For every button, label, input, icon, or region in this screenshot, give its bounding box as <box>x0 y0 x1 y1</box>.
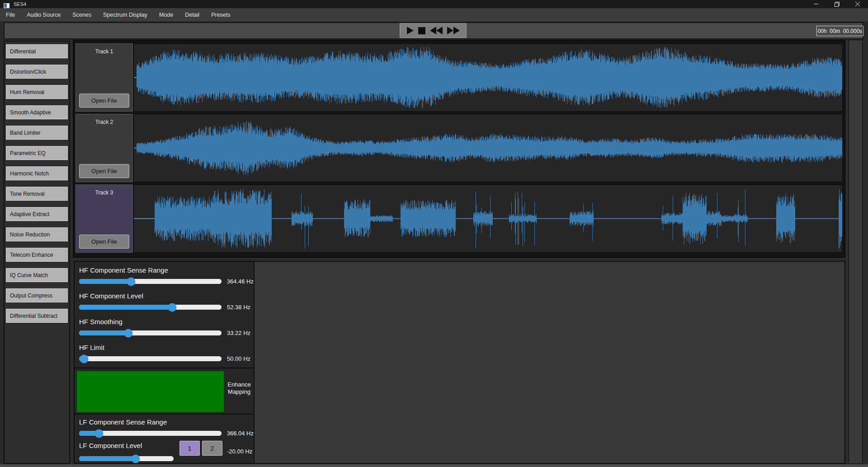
play-button[interactable] <box>407 27 414 34</box>
sidebar-item-noise-reduction[interactable]: Noise Reduction <box>6 227 68 241</box>
hf-limit-slider[interactable] <box>79 356 222 361</box>
sidebar-item-iq-curve-match[interactable]: IQ Curve Match <box>6 268 68 282</box>
stop-button[interactable] <box>418 27 425 34</box>
track-2-header: Track 2 Open File <box>75 114 133 182</box>
slider-fill <box>79 330 128 335</box>
close-button[interactable] <box>847 0 868 8</box>
track-1-waveform[interactable] <box>134 44 842 111</box>
track-row-2: Track 2 Open File <box>75 114 843 182</box>
window-bottom-edge <box>0 464 868 467</box>
slider-value: 364.46 Hz <box>227 278 254 285</box>
menu-file[interactable]: File <box>6 12 15 18</box>
enhance-mapping-display[interactable] <box>77 371 224 412</box>
enhance-mapping-label: Enhance Mapping <box>225 381 253 396</box>
menu-scenes[interactable]: Scenes <box>72 12 91 18</box>
track-3-label: Track 3 <box>76 189 132 196</box>
hf-component-level-group: HF Component Level 52.38 Hz <box>75 292 254 311</box>
hf-component-level-slider[interactable] <box>79 305 222 310</box>
lf-component-level-group: LF Component Level 1 2 -20.00 Hz <box>75 441 254 463</box>
effects-sidebar: Differential Distortion/Click Hum Remova… <box>4 41 70 464</box>
rewind-button[interactable] <box>430 27 443 34</box>
menu-detail[interactable]: Detail <box>185 12 199 18</box>
title-bar: SES4 <box>0 0 868 8</box>
hf-smoothing-slider[interactable] <box>79 330 222 335</box>
preset-2-button[interactable]: 2 <box>202 441 222 456</box>
restore-button[interactable] <box>826 0 847 8</box>
window-controls <box>806 0 868 8</box>
track-3-header: Track 3 Open File <box>75 184 133 253</box>
track-1-open-file-button[interactable]: Open File <box>79 94 129 108</box>
hf-component-sense-range-group: HF Component Sense Range 364.46 Hz <box>75 266 254 285</box>
track-2-label: Track 2 <box>76 119 132 125</box>
window-title: SES4 <box>14 1 26 7</box>
sidebar-item-output-compress[interactable]: Output Compress <box>6 288 68 302</box>
track-row-1: Track 1 Open File <box>75 43 843 112</box>
sidebar-item-hum-removal[interactable]: Hum Removal <box>6 85 68 99</box>
hf-component-sense-range-slider[interactable] <box>79 279 222 284</box>
slider-value: 50.00 Hz <box>227 355 250 362</box>
enhance-controls-panel: HF Component Sense Range 364.46 Hz HF Co… <box>74 261 255 464</box>
sidebar-item-adaptive-extract[interactable]: Adaptive Extract <box>6 207 68 221</box>
track-1-header: Track 1 Open File <box>75 43 133 112</box>
track-3-waveform-area <box>133 184 843 253</box>
hf-smoothing-group: HF Smoothing 33.22 Hz <box>75 318 254 336</box>
track-1-label: Track 1 <box>76 48 132 55</box>
sidebar-item-tone-removal[interactable]: Tone Removal <box>6 187 68 201</box>
slider-label: LF Component Level <box>79 442 142 449</box>
sidebar-item-harmonic-notch[interactable]: Harmonic Notch <box>6 166 68 180</box>
sidebar-item-smooth-adaptive[interactable]: Smooth Adaptive <box>6 105 68 119</box>
slider-thumb[interactable] <box>80 354 89 363</box>
slider-label: HF Limit <box>79 344 254 351</box>
hf-limit-group: HF Limit 50.00 Hz <box>75 344 254 362</box>
minimize-button[interactable] <box>806 0 826 8</box>
track-1-waveform-area <box>133 43 843 112</box>
slider-label: HF Component Sense Range <box>79 266 254 274</box>
menu-audio-source[interactable]: Audio Source <box>27 12 61 18</box>
menu-spectrum-display[interactable]: Spectrum Display <box>103 12 147 18</box>
sidebar-item-band-limiter[interactable]: Band Limiter <box>6 126 68 140</box>
time-display: 00h 00m 00.000s <box>816 26 863 36</box>
slider-fill <box>79 279 131 284</box>
sidebar-item-differential-subtract[interactable]: Differential Subtract <box>6 309 68 323</box>
lf-component-level-slider[interactable] <box>79 456 174 461</box>
sidebar-item-telecom-enhance[interactable]: Telecom Enhance <box>6 248 68 262</box>
slider-label: HF Component Level <box>79 292 254 300</box>
panel-divider <box>75 368 254 368</box>
track-3-open-file-button[interactable]: Open File <box>79 235 129 249</box>
slider-label: HF Smoothing <box>79 318 254 325</box>
app-icon <box>4 2 9 7</box>
menu-mode[interactable]: Mode <box>159 12 173 18</box>
preset-1-button[interactable]: 1 <box>179 441 200 456</box>
slider-fill <box>79 305 172 310</box>
menu-presets[interactable]: Presets <box>211 12 230 18</box>
tracks-scrollbar[interactable] <box>849 40 863 464</box>
panel-divider <box>75 414 254 415</box>
track-2-waveform-area <box>133 114 843 182</box>
transport-controls <box>400 23 467 38</box>
slider-thumb[interactable] <box>95 429 104 438</box>
sidebar-item-distortion-click[interactable]: Distortion/Click <box>6 65 68 79</box>
lf-component-sense-range-slider[interactable] <box>79 431 222 436</box>
menu-bar: File Audio Source Scenes Spectrum Displa… <box>0 8 868 21</box>
track-2-open-file-button[interactable]: Open File <box>79 164 129 178</box>
slider-thumb[interactable] <box>168 303 177 311</box>
track-3-waveform[interactable] <box>134 185 842 252</box>
track-row-3: Track 3 Open File <box>75 184 843 253</box>
slider-value: 52.38 Hz <box>227 304 250 311</box>
slider-value: 33.22 Hz <box>227 330 250 336</box>
slider-thumb[interactable] <box>132 454 140 463</box>
slider-value: -20.00 Hz <box>227 448 252 455</box>
slider-thumb[interactable] <box>124 329 132 337</box>
tracks-panel: Track 1 Open File Track 2 Open File Trac… <box>73 40 845 258</box>
sidebar-item-parametric-eq[interactable]: Parametric EQ <box>6 146 68 160</box>
sidebar-item-differential[interactable]: Differential <box>6 44 68 58</box>
slider-thumb[interactable] <box>127 277 135 286</box>
slider-value: 366.04 Hz <box>227 430 254 437</box>
fast-forward-button[interactable] <box>447 27 460 34</box>
slider-label: LF Component Sense Range <box>79 418 254 426</box>
slider-fill <box>79 456 136 461</box>
app-window: SES4 File Audio Source Scenes Spectrum D… <box>0 0 868 467</box>
track-2-waveform[interactable] <box>134 114 842 182</box>
lf-component-sense-range-group: LF Component Sense Range 366.04 Hz <box>75 418 254 437</box>
